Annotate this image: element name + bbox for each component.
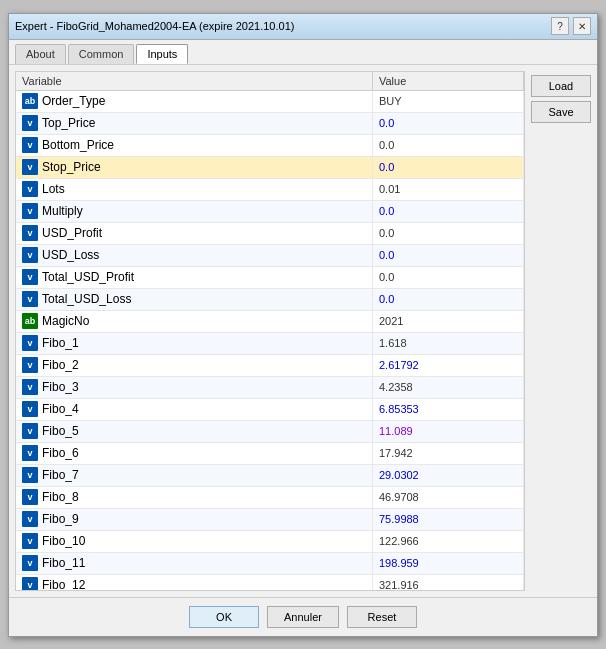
inputs-table: Variable Value ab Order_Type BUY v Top_P… — [16, 72, 524, 591]
var-cell: v Fibo_2 — [16, 354, 372, 376]
var-type-icon: v — [22, 159, 38, 175]
var-cell: v Stop_Price — [16, 156, 372, 178]
value-cell[interactable]: 198.959 — [372, 552, 523, 574]
table-row[interactable]: v Bottom_Price 0.0 — [16, 134, 524, 156]
close-button[interactable]: ✕ — [573, 17, 591, 35]
value-cell[interactable]: 0.0 — [372, 156, 523, 178]
var-name: Fibo_1 — [42, 336, 79, 350]
value-cell[interactable]: 321.916 — [372, 574, 523, 591]
value-cell[interactable]: 2021 — [372, 310, 523, 332]
var-name: Fibo_12 — [42, 578, 85, 591]
value-cell[interactable]: 0.0 — [372, 222, 523, 244]
cancel-button[interactable]: Annuler — [267, 606, 339, 628]
var-cell: v Fibo_11 — [16, 552, 372, 574]
inputs-table-container: Variable Value ab Order_Type BUY v Top_P… — [15, 71, 525, 591]
value-cell[interactable]: 11.089 — [372, 420, 523, 442]
value-cell[interactable]: 46.9708 — [372, 486, 523, 508]
value-cell[interactable]: 0.0 — [372, 288, 523, 310]
save-button[interactable]: Save — [531, 101, 591, 123]
var-cell: v USD_Loss — [16, 244, 372, 266]
value-cell[interactable]: 0.0 — [372, 112, 523, 134]
var-name: Stop_Price — [42, 160, 101, 174]
value-cell[interactable]: 6.85353 — [372, 398, 523, 420]
var-name: Fibo_4 — [42, 402, 79, 416]
table-row[interactable]: v Fibo_4 6.85353 — [16, 398, 524, 420]
var-name: Order_Type — [42, 94, 105, 108]
var-type-icon: v — [22, 423, 38, 439]
table-row[interactable]: v Fibo_7 29.0302 — [16, 464, 524, 486]
value-cell[interactable]: 0.0 — [372, 266, 523, 288]
var-type-icon: v — [22, 247, 38, 263]
table-row[interactable]: v Total_USD_Profit 0.0 — [16, 266, 524, 288]
var-name: Bottom_Price — [42, 138, 114, 152]
var-type-icon: v — [22, 181, 38, 197]
value-cell[interactable]: 0.0 — [372, 244, 523, 266]
table-row[interactable]: v Fibo_9 75.9988 — [16, 508, 524, 530]
help-button[interactable]: ? — [551, 17, 569, 35]
value-cell[interactable]: 0.01 — [372, 178, 523, 200]
table-row[interactable]: v Fibo_12 321.916 — [16, 574, 524, 591]
table-row[interactable]: v Fibo_5 11.089 — [16, 420, 524, 442]
table-row[interactable]: v Fibo_11 198.959 — [16, 552, 524, 574]
reset-button[interactable]: Reset — [347, 606, 417, 628]
table-row[interactable]: v Lots 0.01 — [16, 178, 524, 200]
var-cell: v Lots — [16, 178, 372, 200]
table-row[interactable]: v Fibo_6 17.942 — [16, 442, 524, 464]
var-name: USD_Profit — [42, 226, 102, 240]
tab-common[interactable]: Common — [68, 44, 135, 64]
table-row[interactable]: v Stop_Price 0.0 — [16, 156, 524, 178]
table-row[interactable]: v Fibo_2 2.61792 — [16, 354, 524, 376]
var-name: Fibo_10 — [42, 534, 85, 548]
table-row[interactable]: v Multiply 0.0 — [16, 200, 524, 222]
value-cell[interactable]: 29.0302 — [372, 464, 523, 486]
var-cell: v Total_USD_Loss — [16, 288, 372, 310]
value-cell[interactable]: 0.0 — [372, 134, 523, 156]
var-cell: v Fibo_5 — [16, 420, 372, 442]
table-row[interactable]: ab Order_Type BUY — [16, 90, 524, 112]
value-cell[interactable]: 1.618 — [372, 332, 523, 354]
var-name: Fibo_11 — [42, 556, 85, 570]
value-cell[interactable]: 0.0 — [372, 200, 523, 222]
table-row[interactable]: v Fibo_3 4.2358 — [16, 376, 524, 398]
table-row[interactable]: ab MagicNo 2021 — [16, 310, 524, 332]
var-cell: v Fibo_9 — [16, 508, 372, 530]
value-cell[interactable]: 75.9988 — [372, 508, 523, 530]
title-bar: Expert - FiboGrid_Mohamed2004-EA (expire… — [9, 14, 597, 40]
tab-inputs[interactable]: Inputs — [136, 44, 188, 64]
var-name: Fibo_3 — [42, 380, 79, 394]
var-cell: v Top_Price — [16, 112, 372, 134]
var-name: Fibo_8 — [42, 490, 79, 504]
table-row[interactable]: v Total_USD_Loss 0.0 — [16, 288, 524, 310]
var-cell: v Fibo_12 — [16, 574, 372, 591]
var-type-icon: v — [22, 511, 38, 527]
var-cell: v Bottom_Price — [16, 134, 372, 156]
var-type-icon: v — [22, 489, 38, 505]
table-row[interactable]: v USD_Loss 0.0 — [16, 244, 524, 266]
var-name: Total_USD_Profit — [42, 270, 134, 284]
ok-button[interactable]: OK — [189, 606, 259, 628]
var-name: Fibo_7 — [42, 468, 79, 482]
value-cell[interactable]: BUY — [372, 90, 523, 112]
side-buttons: Load Save — [531, 71, 591, 591]
window-title: Expert - FiboGrid_Mohamed2004-EA (expire… — [15, 20, 294, 32]
main-window: Expert - FiboGrid_Mohamed2004-EA (expire… — [8, 13, 598, 637]
var-name: USD_Loss — [42, 248, 99, 262]
table-row[interactable]: v Top_Price 0.0 — [16, 112, 524, 134]
table-row[interactable]: v USD_Profit 0.0 — [16, 222, 524, 244]
load-button[interactable]: Load — [531, 75, 591, 97]
var-cell: ab Order_Type — [16, 90, 372, 112]
value-cell[interactable]: 17.942 — [372, 442, 523, 464]
var-type-icon: v — [22, 115, 38, 131]
table-row[interactable]: v Fibo_10 122.966 — [16, 530, 524, 552]
var-cell: v Multiply — [16, 200, 372, 222]
value-cell[interactable]: 4.2358 — [372, 376, 523, 398]
value-cell[interactable]: 122.966 — [372, 530, 523, 552]
var-cell: ab MagicNo — [16, 310, 372, 332]
var-type-icon: v — [22, 203, 38, 219]
table-row[interactable]: v Fibo_8 46.9708 — [16, 486, 524, 508]
table-row[interactable]: v Fibo_1 1.618 — [16, 332, 524, 354]
value-cell[interactable]: 2.61792 — [372, 354, 523, 376]
var-name: Fibo_2 — [42, 358, 79, 372]
tab-about[interactable]: About — [15, 44, 66, 64]
var-name: Fibo_5 — [42, 424, 79, 438]
